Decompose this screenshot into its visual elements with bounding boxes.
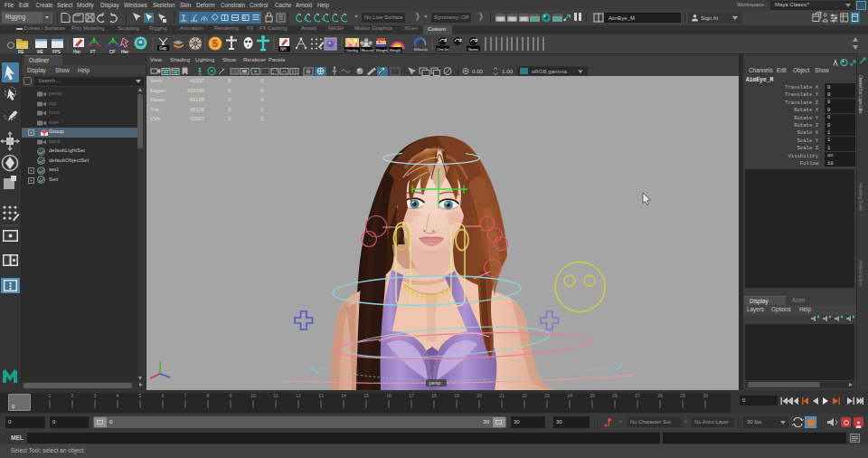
svg-text:2: 2 (71, 393, 74, 398)
svg-text:MSwirljc: MSwirljc (414, 47, 429, 52)
svg-text:8: 8 (207, 393, 210, 398)
svg-text:OneJnt: OneJnt (437, 47, 449, 52)
svg-text:22: 22 (522, 393, 527, 398)
svg-text:4: 4 (117, 393, 119, 398)
svg-text:NH: NH (280, 47, 287, 52)
svg-text:10: 10 (250, 393, 256, 398)
svg-text:Overlay: Overlay (345, 48, 359, 52)
svg-text:21: 21 (499, 393, 505, 398)
svg-text:15: 15 (363, 393, 369, 398)
svg-text:Weight: Weight (390, 48, 402, 52)
svg-text:Muscle: Muscle (362, 48, 374, 52)
svg-text:1: 1 (49, 393, 52, 398)
svg-text:1.00: 1.00 (502, 68, 514, 74)
svg-text:5: 5 (212, 39, 218, 49)
svg-text:0.00: 0.00 (472, 68, 484, 74)
svg-text:23: 23 (544, 393, 550, 398)
svg-text:12: 12 (296, 393, 301, 398)
svg-text:24: 24 (567, 393, 572, 398)
svg-text:30: 30 (703, 393, 708, 398)
svg-text:28: 28 (657, 393, 663, 398)
svg-text:19: 19 (454, 393, 459, 398)
svg-text:Gap: Gap (159, 46, 167, 51)
svg-text:17: 17 (409, 393, 414, 398)
svg-text:6: 6 (162, 393, 165, 398)
svg-text:Weight: Weight (376, 48, 389, 52)
svg-text:13: 13 (318, 393, 324, 398)
svg-text:sRGB gamma: sRGB gamma (532, 68, 567, 74)
svg-text:persp: persp (429, 380, 441, 386)
svg-text:29: 29 (680, 393, 685, 398)
svg-text:27: 27 (635, 393, 640, 398)
svg-text:3: 3 (94, 393, 97, 398)
svg-text:25: 25 (590, 393, 595, 398)
svg-text:14: 14 (341, 393, 346, 398)
svg-text:Name: Name (468, 47, 479, 52)
svg-text:11: 11 (273, 393, 278, 398)
svg-text:16: 16 (386, 393, 392, 398)
svg-text:26: 26 (612, 393, 618, 398)
svg-text:5: 5 (139, 393, 142, 398)
svg-text:7: 7 (184, 393, 187, 398)
svg-text:18: 18 (431, 393, 437, 398)
svg-text:20: 20 (476, 393, 482, 398)
svg-text:9: 9 (230, 393, 232, 398)
